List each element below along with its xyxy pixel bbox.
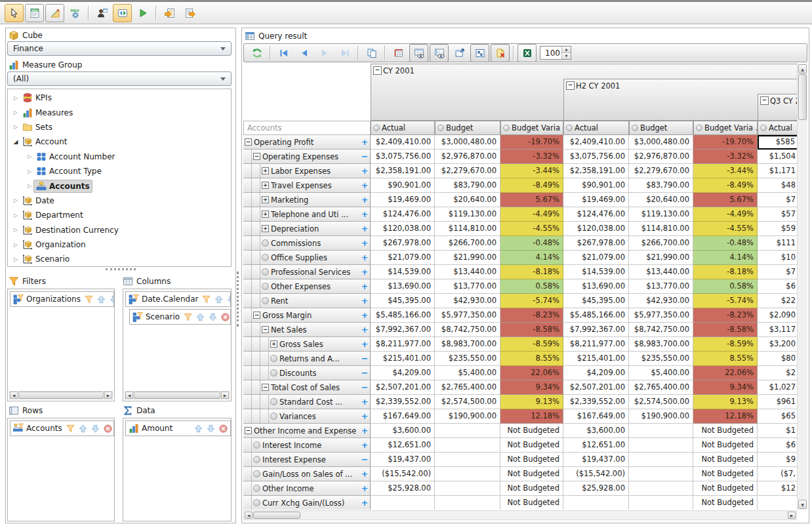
expand-icon[interactable]: ▷ xyxy=(12,197,20,203)
data-cell[interactable]: $9 xyxy=(758,453,797,467)
data-cell[interactable]: $2,339,552.00 xyxy=(371,395,435,409)
data-cell[interactable]: -8.18% xyxy=(693,265,758,279)
data-cell[interactable]: $267,978.00 xyxy=(371,236,435,251)
down-button[interactable] xyxy=(90,423,101,434)
panel-splitter-handle[interactable] xyxy=(237,272,239,327)
expand-icon[interactable]: + xyxy=(262,182,269,189)
add-member-button[interactable]: + xyxy=(361,209,369,219)
data-cell[interactable]: $1,171 xyxy=(758,164,797,178)
data-cell[interactable]: $65 xyxy=(758,409,797,424)
data-cell[interactable] xyxy=(629,424,693,438)
data-cell[interactable]: 4.14% xyxy=(693,251,758,265)
data-cell[interactable]: -8.59% xyxy=(693,337,758,352)
data-cell[interactable]: $90,901.00 xyxy=(563,178,629,193)
data-cell[interactable]: $59 xyxy=(758,222,797,236)
data-cell[interactable]: -8.49% xyxy=(500,178,563,193)
data-cell[interactable] xyxy=(563,496,629,510)
down-button[interactable] xyxy=(205,423,216,434)
data-cell[interactable]: $20,640.00 xyxy=(435,193,500,207)
scroll-up-icon[interactable]: ▲ xyxy=(798,64,807,73)
remove-button[interactable] xyxy=(218,423,229,434)
data-cell[interactable]: $124,476.00 xyxy=(563,207,629,222)
data-cell[interactable]: $48 xyxy=(758,178,797,193)
data-cell[interactable]: $2,976,870.00 xyxy=(435,150,500,164)
data-cell[interactable]: $7,992,367.00 xyxy=(563,323,629,337)
pill-date-calendar[interactable]: Date.Calendar xyxy=(125,291,231,307)
data-cell[interactable]: $3,200 xyxy=(758,337,797,352)
horizontal-scrollbar[interactable]: ◀ ▶ xyxy=(243,510,797,520)
nav-next-button[interactable] xyxy=(315,44,334,62)
data-cell[interactable] xyxy=(371,496,435,510)
horizontal-scrollbar[interactable]: ◀ ▶ xyxy=(9,391,113,399)
row-header-telephone-and-uti[interactable]: +Telephone and Uti ...+ xyxy=(243,207,371,222)
expand-icon[interactable]: ▷ xyxy=(12,213,20,218)
data-cell[interactable] xyxy=(629,467,693,481)
scroll-left-icon[interactable]: ◀ xyxy=(125,392,133,399)
data-cell[interactable]: $8,983,700.00 xyxy=(435,337,500,352)
remove-member-button[interactable]: − xyxy=(361,354,369,363)
data-cell[interactable]: $83,790.00 xyxy=(435,178,500,193)
pill-amount[interactable]: Amount xyxy=(125,420,231,436)
data-cell[interactable]: $13,440.00 xyxy=(435,265,500,279)
data-cell[interactable]: $5,977,350.00 xyxy=(435,308,500,323)
pill-scenario[interactable]: Scenario xyxy=(129,309,231,325)
data-cell[interactable]: $190,900.00 xyxy=(629,409,693,424)
data-cell[interactable] xyxy=(435,481,500,496)
data-cell[interactable]: Not Budgeted xyxy=(500,438,563,453)
add-member-button[interactable]: + xyxy=(361,339,369,349)
data-cell[interactable]: $21,990.00 xyxy=(629,251,693,265)
data-cell[interactable]: $21,079.00 xyxy=(563,251,629,265)
add-member-button[interactable]: + xyxy=(361,253,369,262)
user-session-button[interactable] xyxy=(92,4,112,22)
vertical-scrollbar[interactable]: ▲ ▼ xyxy=(797,64,807,510)
tree-item-accounts[interactable]: ▷Accounts xyxy=(8,178,231,193)
page-size-value[interactable]: 100 xyxy=(540,49,561,58)
data-cell[interactable]: $3,600.00 xyxy=(371,424,435,438)
data-cell[interactable]: $119,130.00 xyxy=(629,207,693,222)
expand-icon[interactable]: + xyxy=(262,196,269,203)
scroll-right-icon[interactable]: ▶ xyxy=(788,512,796,519)
spin-up-icon[interactable]: ▲ xyxy=(562,47,571,52)
measure-header-actual-0[interactable]: Actual xyxy=(371,121,435,135)
data-cell[interactable]: -4.49% xyxy=(693,207,758,222)
data-cell[interactable]: $1,027 xyxy=(758,380,797,395)
page-size-spinner[interactable]: 100▲▼ xyxy=(540,46,571,60)
row-header-total-cost-of-sales[interactable]: −Total Cost of Sales− xyxy=(243,380,371,395)
data-cell[interactable]: $2,339,552.00 xyxy=(563,395,629,409)
data-cell[interactable]: 9.34% xyxy=(693,380,758,395)
refresh-button[interactable] xyxy=(247,44,266,62)
data-cell[interactable]: $42,930.00 xyxy=(435,294,500,308)
data-cell[interactable]: 9.13% xyxy=(693,395,758,409)
data-cell[interactable]: $7 xyxy=(758,193,797,207)
data-cell[interactable]: ($15,542.00) xyxy=(563,467,629,481)
data-cell[interactable] xyxy=(435,438,500,453)
data-cell[interactable]: 0.58% xyxy=(693,279,758,294)
data-cell[interactable]: $42,930.00 xyxy=(629,294,693,308)
data-cell[interactable]: $8,211,977.00 xyxy=(371,337,435,352)
measure-header-actual-6[interactable]: Actual xyxy=(758,121,797,135)
row-header-commissions[interactable]: Commissions+ xyxy=(243,236,371,251)
data-cell[interactable]: $83,790.00 xyxy=(629,178,693,193)
add-member-button[interactable]: + xyxy=(361,397,369,407)
data-cell[interactable]: Not Budgeted xyxy=(693,438,758,453)
data-cell[interactable]: $4,209.00 xyxy=(563,366,629,380)
cube-run-button[interactable] xyxy=(113,4,132,22)
data-cell[interactable]: $13,440.00 xyxy=(629,265,693,279)
data-cell[interactable]: $120,038.00 xyxy=(563,222,629,236)
data-cell[interactable]: $167,649.00 xyxy=(563,409,629,424)
expand-icon[interactable]: ▷ xyxy=(12,242,20,248)
measure-header-budget-4[interactable]: Budget xyxy=(629,121,693,135)
data-cell[interactable] xyxy=(629,453,693,467)
row-header-net-sales[interactable]: −Net Sales+ xyxy=(243,323,371,337)
row-header-other-income-and-expense[interactable]: −Other Income and Expense+ xyxy=(243,424,371,438)
tree-item-content[interactable]: Account xyxy=(20,135,70,148)
data-cell[interactable] xyxy=(435,424,500,438)
data-cell[interactable]: -3.32% xyxy=(693,150,758,164)
remove-member-button[interactable]: − xyxy=(361,368,369,378)
up-button[interactable] xyxy=(195,312,206,323)
export-layout-button[interactable] xyxy=(180,4,199,22)
data-cell[interactable]: $13,770.00 xyxy=(629,279,693,294)
data-cell[interactable]: $57 xyxy=(758,207,797,222)
data-cell[interactable] xyxy=(629,496,693,510)
tree-item-account[interactable]: ◢Account xyxy=(8,134,231,149)
